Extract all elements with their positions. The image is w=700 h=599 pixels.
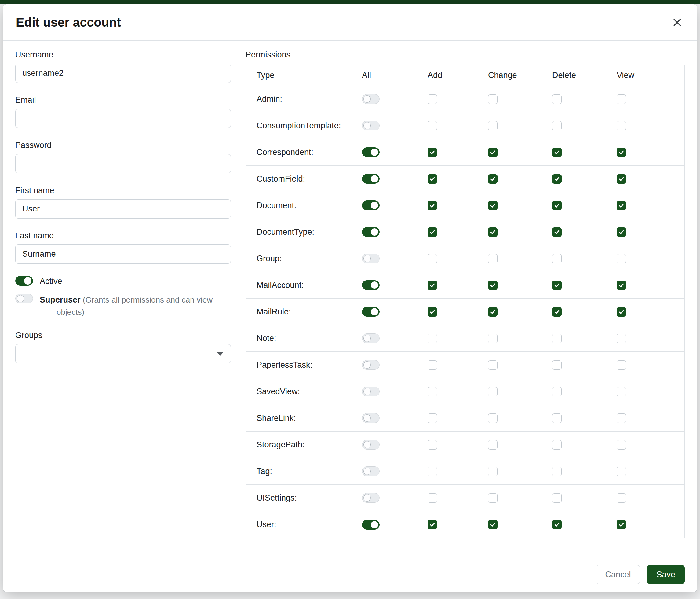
permission-add-checkbox[interactable]: [428, 467, 437, 476]
permission-add-checkbox[interactable]: [428, 227, 437, 237]
permission-change-checkbox[interactable]: [488, 440, 498, 450]
permission-all-toggle[interactable]: [362, 174, 380, 184]
permission-view-checkbox[interactable]: [617, 254, 626, 263]
last-name-input[interactable]: [15, 244, 231, 264]
permission-change-checkbox[interactable]: [488, 121, 498, 130]
permission-add-checkbox[interactable]: [428, 94, 437, 104]
permission-all-toggle[interactable]: [362, 227, 380, 237]
permission-add-checkbox[interactable]: [428, 440, 437, 450]
permission-add-checkbox[interactable]: [428, 334, 437, 343]
permission-add-checkbox[interactable]: [428, 360, 437, 370]
permission-add-checkbox[interactable]: [428, 281, 437, 290]
permission-add-checkbox[interactable]: [428, 121, 437, 130]
cancel-button[interactable]: Cancel: [596, 565, 640, 584]
permission-add-checkbox[interactable]: [428, 254, 437, 263]
permission-all-toggle[interactable]: [362, 466, 380, 476]
permission-view-checkbox[interactable]: [617, 493, 626, 503]
permission-view-checkbox[interactable]: [617, 148, 626, 157]
permission-view-checkbox[interactable]: [617, 360, 626, 370]
permission-change-checkbox[interactable]: [488, 227, 498, 237]
permission-view-checkbox[interactable]: [617, 227, 626, 237]
permission-delete-checkbox[interactable]: [552, 440, 561, 450]
permission-delete-checkbox[interactable]: [552, 174, 561, 184]
permission-view-checkbox[interactable]: [617, 520, 626, 529]
permission-view-checkbox[interactable]: [617, 281, 626, 290]
permission-change-checkbox[interactable]: [488, 493, 498, 503]
permission-view-checkbox[interactable]: [617, 307, 626, 317]
permission-delete-checkbox[interactable]: [552, 281, 561, 290]
permission-change-checkbox[interactable]: [488, 94, 498, 104]
permission-add-checkbox[interactable]: [428, 387, 437, 397]
permission-delete-checkbox[interactable]: [552, 360, 561, 370]
permission-view-checkbox[interactable]: [617, 334, 626, 343]
permission-all-toggle[interactable]: [362, 493, 380, 503]
permission-change-checkbox[interactable]: [488, 174, 498, 184]
permission-change-checkbox[interactable]: [488, 254, 498, 263]
permission-change-checkbox[interactable]: [488, 148, 498, 157]
permission-change-checkbox[interactable]: [488, 360, 498, 370]
permission-all-toggle[interactable]: [362, 333, 380, 343]
permission-all-toggle[interactable]: [362, 360, 380, 370]
permission-add-checkbox[interactable]: [428, 307, 437, 317]
permission-add-checkbox[interactable]: [428, 174, 437, 184]
permission-view-checkbox[interactable]: [617, 387, 626, 397]
permission-change-checkbox[interactable]: [488, 520, 498, 529]
permission-all-toggle[interactable]: [362, 94, 380, 104]
groups-select[interactable]: [15, 344, 231, 363]
toggle-knob: [371, 521, 378, 528]
permission-delete-checkbox[interactable]: [552, 387, 561, 397]
permission-delete-checkbox[interactable]: [552, 307, 561, 317]
permission-change-checkbox[interactable]: [488, 413, 498, 423]
permission-view-checkbox[interactable]: [617, 121, 626, 130]
permission-delete-checkbox[interactable]: [552, 227, 561, 237]
permission-all-toggle[interactable]: [362, 254, 380, 263]
permission-delete-checkbox[interactable]: [552, 94, 561, 104]
permission-change-checkbox[interactable]: [488, 281, 498, 290]
permission-add-checkbox[interactable]: [428, 201, 437, 210]
permission-change-checkbox[interactable]: [488, 307, 498, 317]
permission-view-checkbox[interactable]: [617, 94, 626, 104]
permission-delete-checkbox[interactable]: [552, 413, 561, 423]
permission-change-checkbox[interactable]: [488, 467, 498, 476]
permission-add-checkbox[interactable]: [428, 493, 437, 503]
permission-change-checkbox[interactable]: [488, 201, 498, 210]
check-icon: [554, 282, 560, 288]
permission-delete-checkbox[interactable]: [552, 201, 561, 210]
permission-view-checkbox[interactable]: [617, 174, 626, 184]
permission-delete-checkbox[interactable]: [552, 254, 561, 263]
permission-change-checkbox[interactable]: [488, 387, 498, 397]
permission-change-checkbox[interactable]: [488, 334, 498, 343]
permission-delete-checkbox[interactable]: [552, 520, 561, 529]
permission-all-toggle[interactable]: [362, 520, 380, 530]
permission-all-toggle[interactable]: [362, 440, 380, 450]
save-button[interactable]: Save: [647, 565, 685, 584]
permission-all-toggle[interactable]: [362, 387, 380, 397]
permission-view-checkbox[interactable]: [617, 201, 626, 210]
permission-view-checkbox[interactable]: [617, 440, 626, 450]
first-name-input[interactable]: [15, 199, 231, 218]
email-input[interactable]: [15, 109, 231, 128]
permission-view-checkbox[interactable]: [617, 467, 626, 476]
permission-delete-checkbox[interactable]: [552, 121, 561, 130]
permission-all-toggle[interactable]: [362, 121, 380, 130]
permission-all-toggle[interactable]: [362, 307, 380, 317]
permission-delete-checkbox[interactable]: [552, 148, 561, 157]
permission-all-toggle[interactable]: [362, 147, 380, 157]
permission-add-checkbox[interactable]: [428, 520, 437, 529]
permission-all-toggle[interactable]: [362, 200, 380, 210]
superuser-toggle[interactable]: [15, 294, 33, 304]
permission-delete-checkbox[interactable]: [552, 334, 561, 343]
permission-delete-checkbox[interactable]: [552, 467, 561, 476]
permission-all-toggle[interactable]: [362, 413, 380, 423]
close-button[interactable]: ×: [670, 15, 684, 30]
toggle-knob: [371, 228, 378, 236]
permission-add-checkbox[interactable]: [428, 413, 437, 423]
permission-add-checkbox[interactable]: [428, 148, 437, 157]
permission-all-toggle[interactable]: [362, 280, 380, 290]
permission-view-checkbox[interactable]: [617, 413, 626, 423]
active-toggle[interactable]: [15, 276, 33, 286]
username-input[interactable]: [15, 64, 231, 83]
permission-delete-checkbox[interactable]: [552, 493, 561, 503]
toggle-knob: [371, 148, 378, 156]
password-input[interactable]: [15, 154, 231, 173]
